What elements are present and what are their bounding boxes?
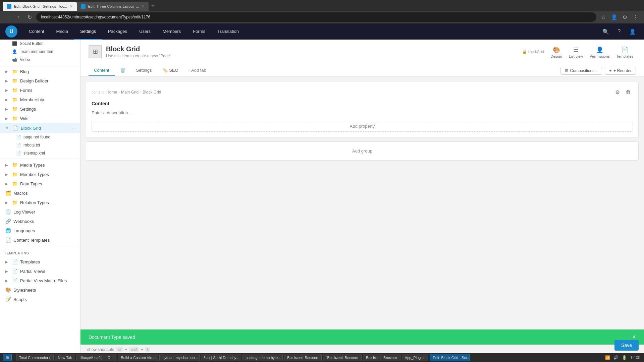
doc-subtitle: Use this item to create a new "Page"	[106, 54, 518, 58]
nav-users[interactable]: Users	[133, 23, 157, 40]
membership-icon: 📁	[12, 97, 17, 102]
taskbar-item-bez-imeni-3[interactable]: Без імені: Блокнот	[363, 354, 400, 361]
permissions-action-btn[interactable]: 👤 Permissions	[587, 45, 612, 60]
forward-button[interactable]: ›	[15, 13, 23, 21]
design-action-btn[interactable]: 🎨 Design	[548, 45, 565, 60]
doc-tab-actions: ⊞ Compositions... + + Reorder	[560, 67, 636, 76]
nav-members[interactable]: Members	[157, 23, 187, 40]
sidebar-item-log-viewer[interactable]: 🗒️ Log Viewer	[0, 207, 80, 217]
taskbar-item-shanidy[interactable]: Шандий набір – О...	[76, 354, 116, 361]
sidebar-item-scripts[interactable]: 📝 Scripts	[0, 295, 80, 304]
shortcut-k: k	[145, 347, 151, 352]
sidebar-item-partial-view-macro-files[interactable]: ▶ 📄 Partial View Macro Files	[0, 276, 80, 285]
sidebar-item-wiki[interactable]: ▶ 📁 Wiki	[0, 114, 80, 123]
sidebar-label-wiki: Wiki	[20, 116, 76, 121]
taskbar-item-edit-block-grid[interactable]: Edit: Block Grid - Set...	[430, 354, 470, 361]
sidebar-label-log-viewer: Log Viewer	[13, 209, 76, 215]
taskbar-item-app-plugins[interactable]: App_Plugins	[402, 354, 429, 361]
reorder-button[interactable]: + + Reorder	[605, 67, 636, 75]
nav-settings[interactable]: Settings	[74, 23, 102, 40]
description-input[interactable]	[92, 109, 633, 117]
user-account-button[interactable]: 👤	[610, 13, 619, 21]
toast-close-button[interactable]: ×	[632, 334, 636, 341]
sidebar-item-block-grid[interactable]: ▼ 📄 Block Grid ···	[0, 123, 80, 133]
sidebar-item-webhooks[interactable]: 🔗 Webhooks	[0, 217, 80, 226]
browser-tab-1[interactable]: Edit: Block Grid - Settings - loc... ×	[3, 2, 77, 11]
sidebar-item-macros[interactable]: 🗂️ Macros	[0, 188, 80, 198]
sidebar-item-social-button[interactable]: ⬛ Social Button	[0, 40, 80, 48]
sidebar-item-languages[interactable]: 🌐 Languages	[0, 226, 80, 235]
taskbar-item-chat-serhi[interactable]: Чат | Serhi Demchy...	[201, 354, 241, 361]
sidebar-item-robots-txt[interactable]: 📄 robots.txt	[0, 141, 80, 149]
forms-arrow: ▶	[5, 88, 8, 92]
menu-button[interactable]: ⋮	[631, 13, 640, 21]
nav-media[interactable]: Media	[50, 23, 74, 40]
tab-close-1[interactable]: ×	[70, 4, 72, 9]
browser-tab-2[interactable]: Edit: Three Columns Layout -... ×	[77, 2, 149, 11]
tab-add[interactable]: + Add tab	[184, 65, 210, 76]
block-grid-more[interactable]: ···	[72, 125, 76, 131]
taskbar-item-package-demo[interactable]: package demo byte...	[243, 354, 283, 361]
page-not-found-icon: 📄	[16, 135, 21, 139]
data-types-icon: 📁	[12, 181, 17, 186]
user-profile-button[interactable]: 👤	[627, 25, 639, 38]
address-bar[interactable]	[36, 12, 596, 22]
sidebar-label-stylesheets: Stylesheets	[13, 288, 76, 293]
nav-translation[interactable]: Translation	[211, 23, 245, 40]
taskbar-item-new-tab[interactable]: New Tab	[55, 354, 75, 361]
sidebar-item-content-templates[interactable]: 📄 Content Templates	[0, 235, 80, 245]
add-group-button[interactable]: Add group	[352, 148, 372, 154]
sidebar-item-sitemap-xml[interactable]: 📄 sitemap.xml	[0, 149, 80, 157]
compositions-button[interactable]: ⊞ Compositions...	[560, 67, 602, 75]
taskbar-item-total-commander[interactable]: Total Commander (	[16, 354, 54, 361]
help-button[interactable]: ?	[613, 25, 625, 38]
add-property-button[interactable]: Add property	[92, 121, 633, 132]
nav-packages[interactable]: Packages	[102, 23, 133, 40]
sidebar-item-stylesheets[interactable]: 🎨 Stylesheets	[0, 285, 80, 295]
tab-content[interactable]: Content	[89, 65, 115, 76]
sidebar-item-video[interactable]: 📹 Video	[0, 56, 80, 64]
tab-seo[interactable]: 🏷️ SEO	[157, 65, 184, 76]
sidebar-item-membership[interactable]: ▶ 📁 Membership	[0, 95, 80, 104]
taskbar-item-build-custom[interactable]: Build a Custom Vie...	[118, 354, 158, 361]
toast: Document Type saved ×	[80, 329, 644, 345]
reorder-icon: +	[609, 68, 611, 73]
sidebar-item-forms[interactable]: ▶ 📁 Forms	[0, 85, 80, 95]
group-settings-button[interactable]: ⚙	[613, 87, 622, 97]
sidebar-label-forms: Forms	[20, 88, 76, 93]
seo-icon: 🏷️	[163, 68, 168, 73]
tab-settings[interactable]: Settings	[131, 65, 157, 76]
sidebar-item-media-types[interactable]: ▶ 📁 Media Types	[0, 160, 80, 170]
app-logo[interactable]: U	[5, 25, 17, 38]
sidebar-item-partial-views[interactable]: ▶ 📄 Partial Views	[0, 266, 80, 276]
templates-action-btn[interactable]: 📄 Templates	[614, 45, 636, 60]
list-view-action-btn[interactable]: ☰ List view	[566, 45, 586, 60]
tab-close-2[interactable]: ×	[142, 4, 145, 9]
sidebar-item-templates[interactable]: ▶ 📄 Templates	[0, 257, 80, 266]
taskbar-start[interactable]: ⊞	[3, 354, 12, 361]
sidebar-item-relation-types[interactable]: ▶ 📁 Relation Types	[0, 198, 80, 207]
tab-trash[interactable]: 🗑️	[115, 65, 131, 76]
new-tab-button[interactable]: +	[149, 2, 158, 9]
taskbar-item-byteant[interactable]: byteant-my.sharepo...	[159, 354, 200, 361]
nav-content[interactable]: Content	[23, 23, 50, 40]
templates-arrow: ▶	[5, 260, 8, 264]
sidebar-item-member-types[interactable]: ▶ 📁 Member Types	[0, 170, 80, 179]
sidebar-item-team-member[interactable]: 👤 Team member Item	[0, 48, 80, 56]
sidebar-item-data-types[interactable]: ▶ 📁 Data Types	[0, 179, 80, 188]
sidebar-item-settings-doc[interactable]: ▶ 📁 Settings	[0, 104, 80, 114]
extensions-button[interactable]: ⚙	[621, 13, 629, 21]
search-button[interactable]: 🔍	[600, 25, 612, 38]
sidebar-item-page-not-found[interactable]: 📄 page not found	[0, 133, 80, 141]
back-button[interactable]: ‹	[4, 13, 12, 21]
breadcrumb-sep-1: ›	[118, 90, 120, 95]
refresh-button[interactable]: ↻	[25, 13, 34, 21]
nav-forms[interactable]: Forms	[187, 23, 211, 40]
taskbar-item-bez-imeni-2[interactable]: "Без імені: Блокнот	[323, 354, 362, 361]
sidebar-item-blog[interactable]: ▶ 📁 Blog	[0, 67, 80, 76]
save-button[interactable]: Save	[614, 340, 639, 351]
sidebar-item-design-builder[interactable]: ▶ 📁 Design Builder	[0, 76, 80, 85]
taskbar-item-bez-imeni-1[interactable]: Без імені: Блокнот	[284, 354, 322, 361]
bookmark-button[interactable]: ☆	[599, 13, 608, 21]
group-delete-button[interactable]: 🗑	[624, 87, 633, 97]
